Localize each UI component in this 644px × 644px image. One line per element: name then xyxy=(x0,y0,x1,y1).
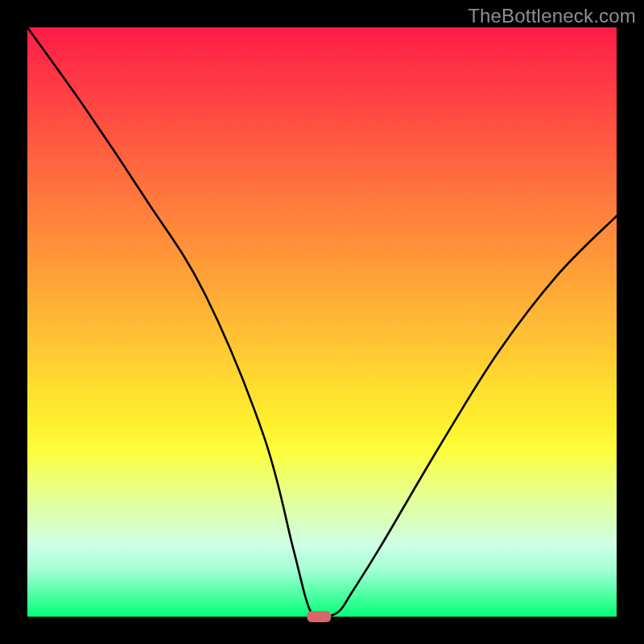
min-marker xyxy=(307,611,331,622)
curve-layer xyxy=(27,27,617,617)
chart-frame: TheBottleneck.com xyxy=(0,0,644,644)
plot-area xyxy=(27,27,617,617)
watermark-text: TheBottleneck.com xyxy=(468,5,636,27)
bottleneck-curve xyxy=(27,27,617,617)
